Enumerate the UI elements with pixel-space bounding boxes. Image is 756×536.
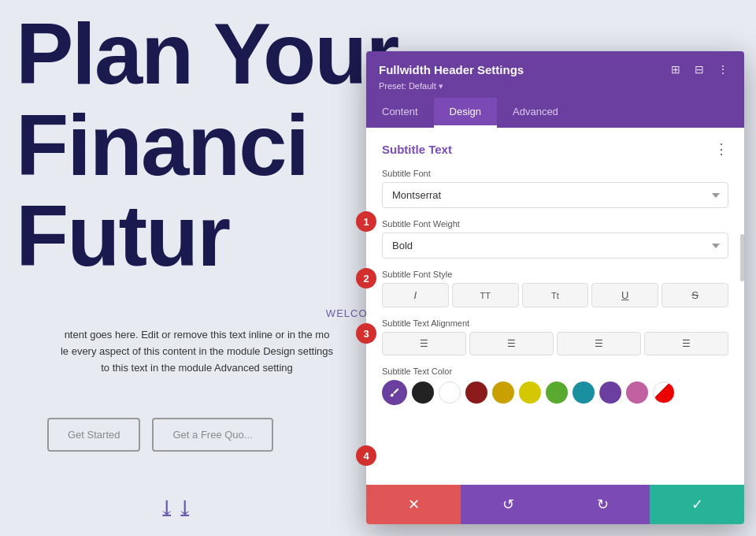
- tab-design[interactable]: Design: [434, 98, 497, 128]
- free-quote-button[interactable]: Get a Free Quo...: [152, 418, 272, 452]
- section-title-row: Subtitle Text ⋮: [382, 140, 728, 158]
- cancel-button[interactable]: ✕: [366, 485, 461, 524]
- style-buttons: I TT Tt U S: [382, 283, 728, 307]
- color-swatch-yellow[interactable]: [519, 382, 541, 404]
- modal-tabs: Content Design Advanced: [366, 98, 744, 128]
- subtitle-text-color-label: Subtitle Text Color: [382, 367, 728, 376]
- preset-label[interactable]: Preset: Default ▾: [379, 81, 732, 91]
- italic-button[interactable]: I: [382, 283, 449, 307]
- scroll-indicator: [740, 234, 744, 281]
- badge-2: 2: [356, 268, 376, 288]
- subtitle-text-alignment-label: Subtitle Text Alignment: [382, 318, 728, 328]
- align-center-button[interactable]: ☰: [469, 332, 554, 355]
- subtitle-font-row: Subtitle Font Montserrat Open Sans Robot…: [382, 169, 728, 208]
- subtitle-font-weight-row: Subtitle Font Weight Bold Thin Light Reg…: [382, 219, 728, 259]
- modal-header-icons: ⊞ ⊟ ⋮: [667, 61, 732, 78]
- get-started-button[interactable]: Get Started: [47, 418, 140, 452]
- hero-body: ntent goes here. Edit or remove this tex…: [0, 327, 394, 376]
- modal-title: Fullwidth Header Settings: [379, 63, 524, 76]
- uppercase-button[interactable]: TT: [452, 283, 519, 307]
- settings-modal: Fullwidth Header Settings ⊞ ⊟ ⋮ Preset: …: [366, 51, 744, 524]
- undo-button[interactable]: ↺: [461, 485, 555, 524]
- tab-content[interactable]: Content: [366, 98, 434, 128]
- align-buttons: ☰ ☰ ☰ ☰: [382, 332, 728, 355]
- color-swatch-black[interactable]: [412, 382, 434, 404]
- subtitle-font-style-row: Subtitle Font Style I TT Tt U S: [382, 270, 728, 307]
- section-more-button[interactable]: ⋮: [714, 140, 728, 158]
- badge-4: 4: [356, 445, 376, 466]
- scroll-chevron[interactable]: ⤓⤓: [158, 498, 194, 520]
- section-title: Subtitle Text: [382, 143, 452, 156]
- color-swatch-dark-red[interactable]: [465, 382, 487, 404]
- color-swatch-teal[interactable]: [573, 382, 595, 404]
- underline-button[interactable]: U: [591, 283, 658, 307]
- modal-footer: ✕ ↺ ↻ ✓: [366, 485, 744, 524]
- color-swatch-green[interactable]: [546, 382, 568, 404]
- align-right-button[interactable]: ☰: [557, 332, 641, 355]
- subtitle-text-alignment-row: Subtitle Text Alignment ☰ ☰ ☰ ☰: [382, 318, 728, 355]
- strikethrough-button[interactable]: S: [662, 283, 728, 307]
- redo-button[interactable]: ↻: [555, 485, 650, 524]
- svg-line-0: [654, 382, 675, 404]
- subtitle-font-select[interactable]: Montserrat Open Sans Roboto Lato: [382, 182, 728, 208]
- color-swatches: [382, 380, 728, 405]
- color-swatch-purple[interactable]: [599, 382, 621, 404]
- columns-icon[interactable]: ⊟: [691, 61, 708, 78]
- color-swatch-white[interactable]: [439, 382, 461, 404]
- badge-1: 1: [356, 211, 376, 232]
- color-swatch-pink[interactable]: [626, 382, 648, 404]
- subtitle-text-color-row: Subtitle Text Color: [382, 367, 728, 405]
- modal-header: Fullwidth Header Settings ⊞ ⊟ ⋮ Preset: …: [366, 51, 744, 98]
- subtitle-font-style-label: Subtitle Font Style: [382, 270, 728, 279]
- hero-buttons: Get Started Get a Free Quo...: [47, 418, 273, 452]
- capitalize-button[interactable]: Tt: [522, 283, 589, 307]
- badge-3: 3: [356, 323, 376, 344]
- color-swatch-gold[interactable]: [492, 382, 514, 404]
- subtitle-font-weight-select[interactable]: Bold Thin Light Regular Black: [382, 233, 728, 259]
- align-justify-button[interactable]: ☰: [644, 332, 728, 355]
- more-options-icon[interactable]: ⋮: [714, 61, 732, 78]
- modal-body: Subtitle Text ⋮ Subtitle Font Montserrat…: [366, 128, 744, 485]
- tab-advanced[interactable]: Advanced: [497, 98, 574, 128]
- save-button[interactable]: ✓: [650, 485, 744, 524]
- color-swatch-none[interactable]: [653, 382, 675, 404]
- subtitle-font-weight-label: Subtitle Font Weight: [382, 219, 728, 229]
- hero-title: Plan YourFinanciFutur: [0, 0, 398, 281]
- expand-icon[interactable]: ⊞: [667, 61, 684, 78]
- color-picker-button[interactable]: [382, 380, 407, 405]
- align-left-button[interactable]: ☰: [382, 332, 466, 355]
- subtitle-font-label: Subtitle Font: [382, 169, 728, 178]
